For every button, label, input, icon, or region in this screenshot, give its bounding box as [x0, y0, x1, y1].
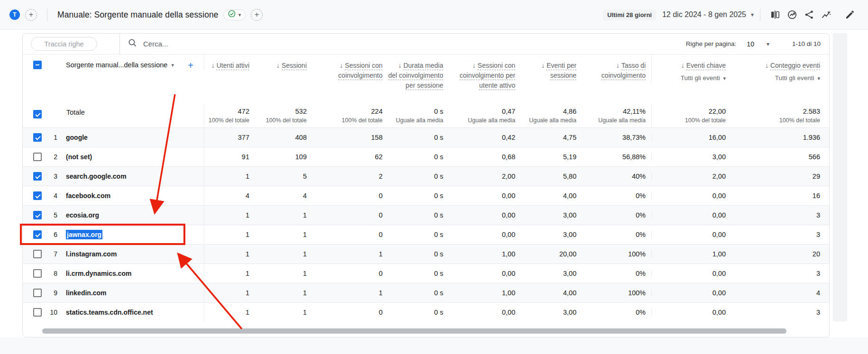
add-report-tab-button[interactable]: + [251, 9, 263, 21]
chevron-down-icon[interactable]: ▾ [767, 41, 769, 47]
edit-icon[interactable] [841, 6, 859, 23]
totals-checkbox[interactable] [33, 110, 42, 118]
metric-value: 40% [632, 172, 646, 180]
totals-cell: 0,47Uguale alla media [449, 104, 521, 127]
add-dimension-button[interactable]: + [188, 61, 193, 70]
chevron-down-icon[interactable]: ▾ [171, 63, 174, 68]
row-checkbox[interactable] [33, 133, 42, 142]
column-header-label: Sessioni [282, 62, 307, 69]
column-header-label: Sessioni con coinvolgimento per utente a… [459, 62, 515, 89]
metric-cell: 3,00 [521, 270, 582, 277]
insights-icon[interactable] [818, 6, 835, 23]
column-header[interactable]: ↓Sessioni ▾ [255, 54, 312, 71]
totals-subvalue: Uguale alla media [388, 117, 443, 124]
rows-per-page-value[interactable]: 10 [747, 40, 754, 48]
metric-value: 3,00 [563, 211, 576, 219]
totals-value: 0 s [388, 108, 443, 115]
metric-cell: 0 [312, 231, 388, 238]
column-header[interactable]: ↓Eventi chiave Tutti gli eventi▾ [651, 54, 731, 83]
row-checkbox-cell [23, 128, 44, 147]
metric-value: 3 [816, 309, 820, 316]
chevron-down-icon[interactable]: ▾ [751, 11, 754, 18]
sort-descending-icon: ↓ [276, 61, 280, 71]
column-header[interactable]: ↓Tasso di coinvolgimento ▾ [582, 54, 651, 81]
plot-rows-button[interactable]: Traccia righe [31, 37, 97, 51]
table-body: 1 google 3774081580 s0,424,7538,73%16,00… [23, 127, 829, 322]
metric-value: 1 [246, 211, 249, 219]
vertical-scrollbar[interactable] [833, 33, 847, 321]
totals-subvalue: Uguale alla media [449, 117, 515, 124]
metric-value: 0,00 [502, 211, 515, 219]
row-checkbox[interactable] [33, 308, 42, 317]
metric-cell: 158 [312, 134, 388, 141]
metric-value: 0 [379, 309, 383, 316]
metric-cell: 377 [204, 134, 255, 141]
row-checkbox[interactable] [33, 153, 42, 161]
metric-value: 4,00 [563, 192, 576, 200]
search-input[interactable] [143, 40, 285, 48]
column-header[interactable]: ↓Utenti attivi ▾ [204, 54, 255, 71]
metric-value: 0,00 [502, 270, 515, 277]
metric-cell: 0% [582, 192, 651, 200]
row-checkbox[interactable] [33, 269, 42, 278]
metric-cell: 1 [204, 211, 255, 219]
metric-cell: 0 s [388, 153, 449, 161]
row-checkbox-cell [23, 167, 44, 186]
row-index: 10 [44, 309, 61, 316]
totals-subvalue: 100% del totale [312, 117, 383, 124]
column-header[interactable]: ↓Conteggio eventi Tutti gli eventi▾ [731, 54, 830, 83]
metric-value: 1 [246, 172, 249, 180]
dimension-cell: l.instagram.com [61, 245, 204, 263]
check-circle-icon [228, 10, 236, 19]
metric-value: 0 s [434, 270, 443, 277]
row-checkbox[interactable] [33, 289, 42, 297]
dimension-header[interactable]: Sorgente manual...della sessione ▾ + [61, 54, 204, 70]
totals-subvalue: 100% del totale [731, 117, 820, 124]
add-comparison-button[interactable]: + [25, 9, 37, 21]
metric-value: 29 [813, 172, 820, 180]
metric-cell: 100% [582, 250, 651, 258]
metric-cell: 0,00 [449, 270, 521, 277]
horizontal-scrollbar[interactable] [42, 328, 786, 334]
intelligence-icon[interactable] [784, 6, 801, 23]
metric-value: 1 [379, 250, 383, 258]
metric-value: 0 s [434, 309, 443, 316]
compare-icon[interactable] [767, 6, 784, 23]
metric-value: 0 s [434, 172, 443, 180]
pagination-range: 1-10 di 10 [792, 40, 821, 47]
metric-cell: 0% [582, 231, 651, 238]
row-checkbox-cell [23, 147, 44, 166]
metric-cell: 1 [312, 250, 388, 258]
metric-cell: 4,00 [521, 192, 582, 200]
column-header[interactable]: ↓Eventi per sessione ▾ [521, 54, 582, 81]
report-status-badge[interactable]: ▾ [223, 9, 246, 20]
column-header[interactable]: ↓Sessioni con coinvolgimento per utente … [449, 54, 521, 91]
select-all-checkbox[interactable] [33, 61, 42, 69]
column-filter[interactable]: Tutti gli eventi▾ [652, 73, 726, 83]
metric-cell: 0 [312, 211, 388, 219]
metric-cell: 0,00 [449, 192, 521, 200]
metric-value: 20 [813, 250, 820, 258]
dimension-cell: search.google.com [61, 167, 204, 186]
row-checkbox[interactable] [33, 191, 42, 200]
column-filter[interactable]: Tutti gli eventi▾ [731, 73, 820, 83]
metric-cell: 0,00 [651, 192, 731, 200]
totals-cell: 224100% del totale [312, 104, 388, 127]
metric-cell: 4,00 [521, 289, 582, 297]
avatar[interactable]: T [9, 9, 20, 20]
row-checkbox-cell [23, 206, 44, 225]
header-right-group: Ultimi 28 giorni 12 dic 2024 - 8 gen 202… [603, 6, 859, 23]
metric-value: 0,00 [502, 192, 515, 200]
row-checkbox[interactable] [33, 211, 42, 219]
metric-value: 0 s [434, 231, 443, 238]
row-checkbox[interactable] [33, 230, 42, 239]
row-checkbox-cell [23, 186, 44, 205]
row-checkbox[interactable] [33, 250, 42, 258]
date-range-chip[interactable]: Ultimi 28 giorni [603, 9, 656, 20]
column-header[interactable]: ↓Durata media del coinvolgimento per ses… [388, 54, 449, 91]
date-range-value[interactable]: 12 dic 2024 - 8 gen 2025 [662, 10, 746, 19]
column-header[interactable]: ↓Sessioni con coinvolgimento ▾ [312, 54, 388, 81]
row-checkbox[interactable] [33, 172, 42, 181]
share-icon[interactable] [801, 6, 818, 23]
metric-cell: 3,00 [521, 231, 582, 238]
